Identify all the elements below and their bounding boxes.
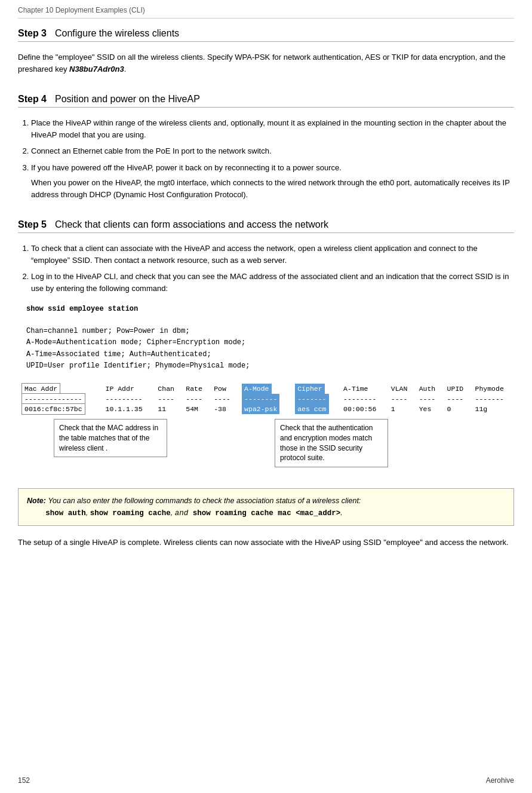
- note-text-before: You can also enter the following command…: [48, 497, 361, 505]
- data-upid: 0: [444, 404, 472, 414]
- div-mac: --------------: [18, 394, 102, 404]
- data-cipher: aes ccm: [291, 404, 340, 414]
- note-sep2: ,: [171, 509, 175, 517]
- col-mac: Mac Addr: [18, 384, 102, 394]
- callout-left-text: Check that the MAC address in the table …: [59, 424, 158, 452]
- step4-note-para: When you power on the HiveAP, the mgt0 i…: [18, 177, 514, 200]
- note-code2: show roaming cache: [90, 509, 171, 518]
- div-rate: ----: [182, 394, 210, 404]
- data-phymode: 11g: [472, 404, 515, 414]
- final-para: The setup of a single HiveAP is complete…: [18, 537, 514, 549]
- div-pow: ----: [210, 394, 238, 404]
- step3-body-end: .: [124, 65, 127, 74]
- station-table-container: Mac Addr IP Addr Chan Rate Pow A-Mode Ci…: [18, 384, 514, 479]
- col-atime: A-Time: [340, 384, 388, 394]
- div-auth: ----: [416, 394, 444, 404]
- note-end: .: [340, 509, 342, 517]
- list-item: If you have powered off the HiveAP, powe…: [31, 162, 514, 201]
- data-amode: wpa2-psk: [238, 404, 291, 414]
- amode-value: wpa2-psk: [242, 404, 279, 414]
- div-upid: ----: [444, 394, 472, 404]
- table-divider-row: -------------- --------- ---- ---- ---- …: [18, 394, 514, 404]
- div-ip: ---------: [102, 394, 155, 404]
- data-auth: Yes: [416, 404, 444, 414]
- step5-title: Check that clients can form associations…: [55, 219, 328, 230]
- legend-line4: UPID=User profile Identifier; Phymode=Ph…: [26, 360, 506, 372]
- station-table: Mac Addr IP Addr Chan Rate Pow A-Mode Ci…: [18, 384, 514, 414]
- step4-heading: Step 4 Position and power on the HiveAP: [18, 94, 514, 108]
- step4-list: Place the HiveAP within range of the wir…: [31, 117, 514, 200]
- step5-item1: To check that a client can associate wit…: [31, 244, 478, 265]
- note-italic-and: and: [175, 509, 193, 518]
- step4-section: Step 4 Position and power on the HiveAP …: [18, 94, 514, 200]
- step5-section: Step 5 Check that clients can form assoc…: [18, 219, 514, 526]
- data-rate: 54M: [182, 404, 210, 414]
- legend-line1: Chan=channel number; Pow=Power in dbm;: [26, 326, 506, 337]
- col-cipher: Cipher: [291, 384, 340, 394]
- step3-heading: Step 3 Configure the wireless clients: [18, 28, 514, 42]
- note-code1: show auth: [45, 509, 86, 518]
- col-phymode: Phymode: [472, 384, 515, 394]
- div-vlan: ----: [388, 394, 416, 404]
- legend-line3: A-Time=Associated time; Auth=Authenticat…: [26, 349, 506, 360]
- col-upid: UPID: [444, 384, 472, 394]
- col-auth: Auth: [416, 384, 444, 394]
- footer-page-num: 152: [18, 776, 30, 785]
- step5-heading: Step 5 Check that clients can form assoc…: [18, 219, 514, 233]
- col-ip: IP Addr: [102, 384, 155, 394]
- step5-num: Step 5: [18, 219, 47, 230]
- data-atime: 00:00:56: [340, 404, 388, 414]
- div-phymode: -------: [472, 394, 515, 404]
- note-indent: [27, 509, 44, 517]
- step3-section: Step 3 Configure the wireless clients De…: [18, 28, 514, 75]
- table-header-row: Mac Addr IP Addr Chan Rate Pow A-Mode Ci…: [18, 384, 514, 394]
- cipher-div: -------: [295, 394, 328, 404]
- page-footer: 152 Aerohive: [18, 776, 514, 785]
- col-rate: Rate: [182, 384, 210, 394]
- step4-item1: Place the HiveAP within range of the wir…: [31, 118, 506, 139]
- col-amode: A-Mode: [238, 384, 291, 394]
- list-item: Place the HiveAP within range of the wir…: [31, 117, 514, 140]
- step4-item2: Connect an Ethernet cable from the PoE I…: [31, 146, 272, 155]
- step4-num: Step 4: [18, 94, 47, 105]
- step3-body: Define the "employee" SSID on all the wi…: [18, 48, 514, 75]
- spacer1: [18, 85, 514, 94]
- callout-box-left: Check that the MAC address in the table …: [54, 419, 167, 457]
- legend-block: Chan=channel number; Pow=Power in dbm; A…: [18, 322, 514, 375]
- note-sep1: ,: [86, 509, 90, 517]
- callout-area: Check that the MAC address in the table …: [18, 419, 514, 479]
- step4-title: Position and power on the HiveAP: [55, 94, 200, 105]
- col-chan: Chan: [154, 384, 182, 394]
- footer-brand: Aerohive: [486, 776, 514, 785]
- col-vlan: VLAN: [388, 384, 416, 394]
- div-cipher: -------: [291, 394, 340, 404]
- data-pow: -38: [210, 404, 238, 414]
- data-chan: 11: [154, 404, 182, 414]
- div-chan: ----: [154, 394, 182, 404]
- step5-item2: Log in to the HiveAP CLI, and check that…: [31, 272, 509, 293]
- table-data-row: 0016:cf8c:57bc 10.1.1.35 11 54M -38 wpa2…: [18, 404, 514, 414]
- data-ip: 10.1.1.35: [102, 404, 155, 414]
- step3-para: Define the "employee" SSID on all the wi…: [18, 51, 514, 75]
- data-vlan: 1: [388, 404, 416, 414]
- amode-div: --------: [242, 394, 279, 404]
- col-pow: Pow: [210, 384, 238, 394]
- note-box: Note: You can also enter the following c…: [18, 488, 514, 526]
- cipher-value: aes ccm: [295, 404, 328, 414]
- step4-body: Place the HiveAP within range of the wir…: [18, 114, 514, 200]
- note-label: Note:: [27, 497, 46, 505]
- list-item: Connect an Ethernet cable from the PoE I…: [31, 145, 514, 157]
- chapter-header-text: Chapter 10 Deployment Examples (CLI): [18, 6, 145, 14]
- amode-header: A-Mode: [242, 384, 271, 394]
- step5-body: To check that a client can associate wit…: [18, 239, 514, 526]
- callout-right-text: Check that the authentication and encryp…: [280, 424, 373, 462]
- div-amode: --------: [238, 394, 291, 404]
- command-line: show ssid employee station: [26, 304, 506, 315]
- note-code3: show roaming cache mac <mac_addr>: [193, 509, 341, 518]
- step5-list: To check that a client can associate wit…: [31, 243, 514, 294]
- list-item: To check that a client can associate wit…: [31, 243, 514, 266]
- mac-value: 0016:cf8c:57bc: [21, 403, 85, 415]
- step3-num: Step 3: [18, 28, 47, 39]
- page-wrapper: Chapter 10 Deployment Examples (CLI) Ste…: [0, 0, 532, 793]
- div-atime: --------: [340, 394, 388, 404]
